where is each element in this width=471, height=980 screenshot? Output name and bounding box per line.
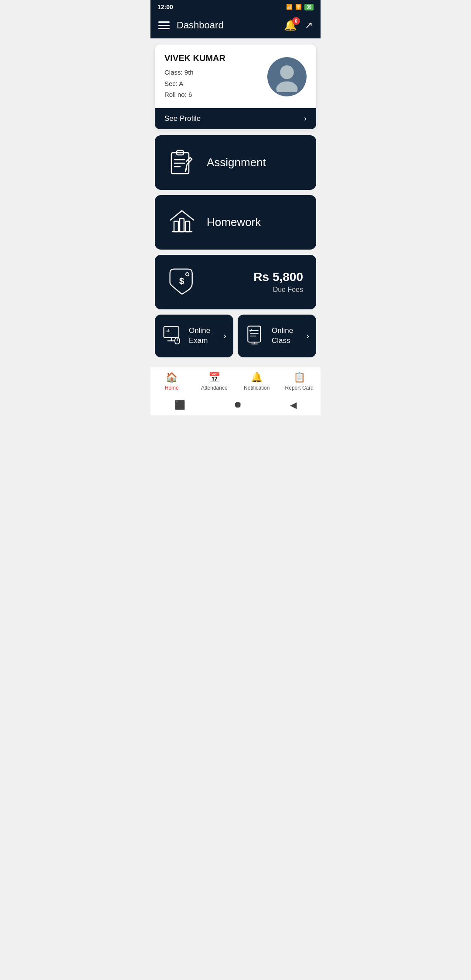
nav-right: 🔔 0 ↗	[284, 19, 313, 31]
android-home-circle[interactable]: ⏺	[233, 400, 242, 410]
hamburger-menu[interactable]	[158, 21, 170, 29]
status-time: 12:00	[157, 3, 173, 10]
fees-icon: $	[168, 267, 196, 297]
online-exam-card[interactable]: a b OnlineExam ›	[155, 315, 233, 357]
profile-info: VIVEK KUMAR Class: 9th Sec: A Roll no: 6	[155, 45, 316, 108]
report-card-icon: 📋	[294, 372, 305, 383]
signal-icon: 📶	[286, 4, 293, 10]
avatar	[267, 57, 307, 96]
fees-info: Rs 5,800 Due Fees	[253, 270, 303, 294]
fees-card[interactable]: $ Rs 5,800 Due Fees	[155, 255, 316, 309]
home-icon: 🏠	[166, 372, 177, 383]
attendance-icon: 📅	[208, 372, 220, 383]
nav-attendance-label: Attendance	[201, 385, 228, 391]
online-exam-icon: a b	[162, 324, 184, 348]
student-name: VIVEK KUMAR	[164, 53, 225, 63]
online-exam-label: OnlineExam	[189, 326, 218, 345]
assignment-icon	[168, 147, 196, 178]
svg-text:b: b	[168, 329, 171, 333]
student-class: Class: 9th Sec: A Roll no: 6	[164, 67, 225, 100]
online-class-icon	[245, 324, 266, 348]
assignment-label: Assignment	[207, 156, 266, 169]
fees-amount: Rs 5,800	[253, 270, 303, 284]
online-class-card[interactable]: OnlineClass ›	[238, 315, 316, 357]
notification-bell[interactable]: 🔔 0	[284, 19, 297, 31]
svg-rect-13	[180, 219, 184, 232]
nav-attendance[interactable]: 📅 Attendance	[193, 372, 236, 391]
nav-home-label: Home	[165, 385, 179, 391]
online-class-label: OnlineClass	[272, 326, 301, 345]
main-content: Assignment Homework $	[150, 135, 321, 362]
svg-point-1	[276, 81, 298, 92]
share-icon[interactable]: ↗	[305, 20, 313, 31]
online-exam-arrow: ›	[223, 331, 226, 341]
svg-rect-14	[185, 221, 190, 232]
see-profile-button[interactable]: See Profile ›	[155, 108, 316, 129]
svg-rect-25	[248, 326, 260, 342]
top-nav: Dashboard 🔔 0 ↗	[150, 13, 321, 38]
see-profile-label: See Profile	[164, 114, 201, 123]
android-back-triangle[interactable]: ◀	[290, 400, 297, 410]
wifi-icon: 🛜	[295, 4, 302, 10]
assignment-card[interactable]: Assignment	[155, 135, 316, 190]
nav-notification-label: Notification	[244, 385, 270, 391]
profile-card: VIVEK KUMAR Class: 9th Sec: A Roll no: 6…	[155, 45, 316, 129]
svg-point-0	[280, 65, 294, 79]
status-icons: 📶 🛜 39	[286, 4, 314, 10]
fees-label: Due Fees	[253, 286, 303, 294]
notification-badge: 0	[292, 17, 300, 25]
svg-point-17	[186, 273, 189, 276]
homework-label: Homework	[207, 216, 261, 229]
nav-report-card[interactable]: 📋 Report Card	[278, 372, 321, 391]
nav-notification[interactable]: 🔔 Notification	[236, 372, 278, 391]
nav-bell-icon: 🔔	[251, 372, 263, 383]
two-col-row: a b OnlineExam ›	[155, 315, 316, 357]
status-bar: 12:00 📶 🛜 39	[150, 0, 321, 13]
android-nav-bar: ⬛ ⏺ ◀	[150, 394, 321, 415]
battery-indicator: 39	[304, 4, 314, 10]
homework-icon	[168, 207, 196, 237]
page-title: Dashboard	[177, 20, 224, 31]
android-back-square[interactable]: ⬛	[174, 400, 185, 410]
bottom-nav: 🏠 Home 📅 Attendance 🔔 Notification 📋 Rep…	[150, 367, 321, 394]
nav-home[interactable]: 🏠 Home	[150, 372, 193, 391]
online-class-arrow: ›	[306, 331, 309, 341]
see-profile-arrow: ›	[304, 114, 307, 123]
svg-text:$: $	[179, 276, 184, 286]
nav-report-card-label: Report Card	[285, 385, 314, 391]
profile-text: VIVEK KUMAR Class: 9th Sec: A Roll no: 6	[164, 53, 225, 100]
svg-text:a: a	[166, 329, 168, 333]
svg-rect-12	[174, 221, 178, 232]
nav-left: Dashboard	[158, 20, 224, 31]
homework-card[interactable]: Homework	[155, 195, 316, 250]
